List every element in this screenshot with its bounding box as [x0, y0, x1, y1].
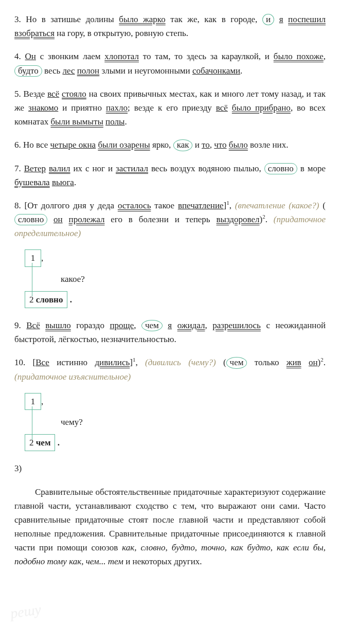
sentence-8: 8. [От долгого дня у деда осталось такое… [14, 199, 326, 241]
sentence-7: 7. Ветер валил их с ног и застилал весь … [14, 162, 326, 189]
sentence-4: 4. Он с звонким лаем хлопотал то там, то… [14, 49, 326, 77]
sentence-10: 10. [Все истинно дивились]1, (дивились (… [14, 355, 326, 383]
sentence-9: 9. Всё вышло гораздо проще, чем я ожидал… [14, 318, 326, 346]
diagram-10: 1, чему? 2 чем . [25, 393, 326, 452]
diagram-question: чему? [61, 415, 326, 429]
diagram-box-2: 2 чем [25, 434, 55, 451]
diagram-box-1: 1 [25, 393, 41, 410]
diagram-8: 1, какое? 2 словно . [25, 249, 326, 308]
diagram-box-2: 2 словно [25, 291, 67, 308]
explanation-paragraph: Сравнительные обстоятельственные придато… [14, 485, 326, 569]
sentence-3: 3. Но в затишье долины было жарко так же… [14, 12, 326, 40]
diagram-box-1: 1 [25, 249, 41, 266]
sentence-5: 5. Везде всё стояло на своих привычных м… [14, 87, 326, 129]
sentence-6: 6. Но все четыре окна были озарены ярко,… [14, 138, 326, 152]
section-3-heading: 3) [14, 461, 326, 475]
diagram-question: какое? [61, 272, 326, 286]
